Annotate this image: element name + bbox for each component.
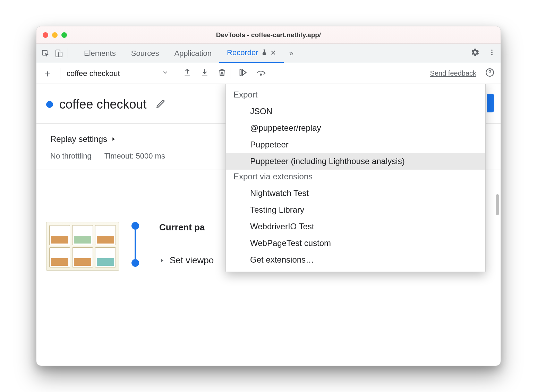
timeline-dot-icon xyxy=(131,222,139,230)
replay-button-peek[interactable] xyxy=(487,94,494,112)
replay-settings-label: Replay settings xyxy=(50,134,107,144)
tabs-left-controls xyxy=(41,49,63,58)
thumb-cup xyxy=(72,225,93,245)
scrollbar-thumb[interactable] xyxy=(496,194,499,215)
step-set-viewport[interactable]: Set viewpo xyxy=(159,255,214,266)
chevron-down-icon xyxy=(162,69,169,78)
toolbar-icon-group-2 xyxy=(238,68,267,79)
tab-label: Elements xyxy=(84,49,116,58)
export-item-puppeteer-replay[interactable]: @puppeteer/replay xyxy=(226,120,485,136)
separator xyxy=(60,68,60,79)
window-titlebar: DevTools - coffee-cart.netlify.app/ xyxy=(36,26,501,44)
separator xyxy=(175,68,175,79)
separator xyxy=(68,49,68,58)
window-title: DevTools - coffee-cart.netlify.app/ xyxy=(36,31,501,39)
step-items: Current pa Set viewpo xyxy=(159,222,214,271)
svg-point-5 xyxy=(491,54,493,55)
close-tab-icon[interactable]: ✕ xyxy=(270,49,276,57)
thumb-cup xyxy=(49,247,70,267)
edit-title-icon[interactable] xyxy=(156,99,165,110)
delete-icon[interactable] xyxy=(218,68,227,79)
thumb-cup xyxy=(95,247,116,267)
experiment-flask-icon xyxy=(261,48,267,57)
export-dropdown: Export JSON @puppeteer/replay Puppeteer … xyxy=(225,84,486,272)
recording-selector-label: coffee checkout xyxy=(67,69,120,78)
settings-gear-icon[interactable] xyxy=(471,48,480,59)
caret-right-icon xyxy=(111,134,116,144)
panel-tabs: Elements Sources Application Recorder ✕ … xyxy=(76,44,293,63)
tab-label: Recorder xyxy=(227,48,258,57)
export-item-webpagetest[interactable]: WebPageTest custom xyxy=(226,235,485,252)
step-label: Set viewpo xyxy=(170,255,214,266)
timeline-dot-icon xyxy=(131,259,139,267)
throttling-value: No throttling xyxy=(50,152,92,161)
tabs-bar: Elements Sources Application Recorder ✕ … xyxy=(36,44,501,63)
add-recording-icon[interactable]: ＋ xyxy=(43,67,57,80)
tab-sources[interactable]: Sources xyxy=(123,44,167,63)
export-item-puppeteer[interactable]: Puppeteer xyxy=(226,136,485,153)
timeout-value: Timeout: 5000 ms xyxy=(104,152,165,161)
devtools-window: DevTools - coffee-cart.netlify.app/ Elem… xyxy=(36,26,501,366)
recording-title: coffee checkout xyxy=(59,97,147,112)
send-feedback-link[interactable]: Send feedback xyxy=(430,69,476,77)
continue-icon[interactable] xyxy=(238,68,248,79)
tab-application[interactable]: Application xyxy=(167,44,219,63)
export-item-nightwatch[interactable]: Nightwatch Test xyxy=(226,185,485,202)
tab-label: Sources xyxy=(131,49,159,58)
more-tabs-icon[interactable]: » xyxy=(289,49,293,58)
dropdown-section-header: Export via extensions xyxy=(226,170,485,185)
tab-recorder[interactable]: Recorder ✕ xyxy=(219,44,283,63)
kebab-menu-icon[interactable] xyxy=(488,49,496,58)
step-over-icon[interactable] xyxy=(256,68,267,79)
export-item-webdriverio[interactable]: WebdriverIO Test xyxy=(226,218,485,235)
svg-rect-6 xyxy=(240,69,241,75)
toolbar-right: Send feedback xyxy=(430,68,494,79)
timeline-line xyxy=(135,230,136,259)
tabs-right-controls xyxy=(471,48,496,59)
import-icon[interactable] xyxy=(200,68,209,79)
recording-status-dot-icon xyxy=(46,101,53,108)
step-label: Current pa xyxy=(159,222,205,233)
svg-point-3 xyxy=(491,49,493,51)
separator xyxy=(98,151,98,161)
export-item-testing-library[interactable]: Testing Library xyxy=(226,202,485,218)
dropdown-section-header: Export xyxy=(226,88,485,103)
help-icon[interactable] xyxy=(485,68,494,79)
tab-elements[interactable]: Elements xyxy=(76,44,123,63)
device-toolbar-icon[interactable] xyxy=(54,49,63,58)
export-item-puppeteer-lighthouse[interactable]: Puppeteer (including Lighthouse analysis… xyxy=(226,153,485,170)
export-item-json[interactable]: JSON xyxy=(226,103,485,120)
step-current-page[interactable]: Current pa xyxy=(159,222,214,233)
toolbar-icon-group xyxy=(183,68,227,79)
caret-right-icon xyxy=(159,255,165,266)
export-icon[interactable] xyxy=(183,68,192,79)
svg-point-4 xyxy=(491,52,493,53)
svg-rect-2 xyxy=(59,52,62,57)
svg-point-7 xyxy=(260,74,262,75)
timeline xyxy=(131,222,139,271)
separator xyxy=(230,68,230,79)
thumb-cup xyxy=(95,225,116,245)
export-item-get-extensions[interactable]: Get extensions… xyxy=(226,252,485,268)
page-thumbnail xyxy=(46,222,119,271)
inspect-element-icon[interactable] xyxy=(41,49,50,58)
recording-selector[interactable]: coffee checkout xyxy=(64,69,171,78)
thumb-cup xyxy=(49,225,70,245)
thumb-cup xyxy=(72,247,93,267)
recorder-content: coffee checkout Replay settings No throt… xyxy=(36,84,501,366)
recorder-toolbar: ＋ coffee checkout xyxy=(36,63,501,84)
tab-label: Application xyxy=(174,49,212,58)
